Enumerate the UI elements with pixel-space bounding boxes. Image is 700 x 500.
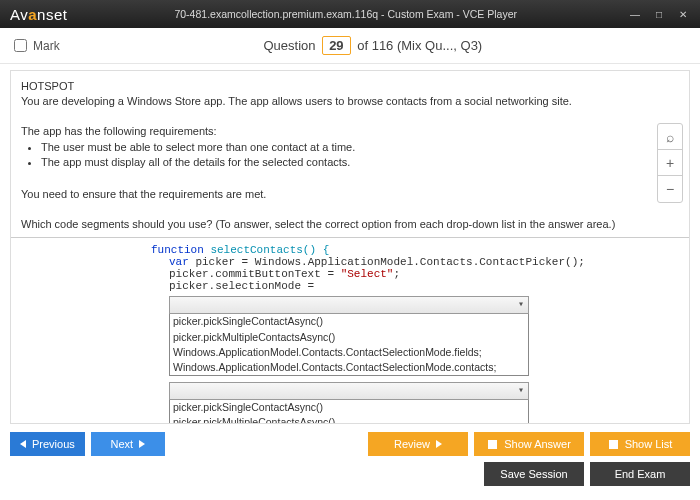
window-title: 70-481.examcollection.premium.exam.116q …: [67, 8, 624, 20]
mark-checkbox-input[interactable]: [14, 39, 27, 52]
end-exam-button[interactable]: End Exam: [590, 462, 690, 486]
dropdown-1: picker.pickSingleContactAsync() picker.p…: [169, 296, 529, 376]
show-answer-button[interactable]: Show Answer: [474, 432, 584, 456]
titlebar: Avanset 70-481.examcollection.premium.ex…: [0, 0, 700, 28]
dropdown-1-select[interactable]: [169, 296, 529, 314]
dropdown-option[interactable]: picker.pickSingleContactAsync(): [170, 314, 528, 329]
chevron-right-icon: [436, 440, 442, 448]
chevron-right-icon: [139, 440, 145, 448]
content-panel: HOTSPOT You are developing a Windows Sto…: [10, 70, 690, 424]
dropdown-option[interactable]: Windows.ApplicationModel.Contacts.Contac…: [170, 345, 528, 360]
minimize-button[interactable]: —: [624, 6, 646, 22]
intro-line: You are developing a Windows Store app. …: [21, 94, 679, 109]
dropdown-2-select[interactable]: [169, 382, 529, 400]
zoom-in-button[interactable]: +: [658, 150, 682, 176]
hotspot-label: HOTSPOT: [21, 79, 679, 94]
search-icon[interactable]: ⌕: [658, 124, 682, 150]
code-area: function selectContacts() { var picker =…: [11, 238, 689, 424]
which-line: Which code segments should you use? (To …: [21, 217, 679, 232]
dropdown-option[interactable]: picker.pickSingleContactAsync(): [170, 400, 528, 415]
dropdown-option[interactable]: picker.pickMultipleContactsAsync(): [170, 330, 528, 345]
window-controls: — □ ✕: [624, 6, 694, 22]
question-bar: Mark Question 29 of 116 (Mix Qu..., Q3): [0, 28, 700, 64]
next-button[interactable]: Next: [91, 432, 165, 456]
requirement-item: The user must be able to select more tha…: [41, 140, 679, 155]
checkbox-icon: [608, 439, 619, 450]
requirement-item: The app must display all of the details …: [41, 155, 679, 170]
review-button[interactable]: Review: [368, 432, 468, 456]
dropdown-option[interactable]: picker.pickMultipleContactsAsync(): [170, 415, 528, 424]
mark-label: Mark: [33, 39, 60, 53]
question-number: 29: [322, 36, 350, 55]
dropdown-2: picker.pickSingleContactAsync() picker.p…: [169, 382, 529, 424]
close-button[interactable]: ✕: [672, 6, 694, 22]
chevron-left-icon: [20, 440, 26, 448]
dropdown-2-options: picker.pickSingleContactAsync() picker.p…: [169, 400, 529, 424]
zoom-out-button[interactable]: −: [658, 176, 682, 202]
requirements-head: The app has the following requirements:: [21, 124, 679, 139]
footer-row-2: Save Session End Exam: [0, 462, 700, 492]
question-counter: Question 29 of 116 (Mix Qu..., Q3): [60, 36, 686, 55]
show-list-button[interactable]: Show List: [590, 432, 690, 456]
zoom-tools: ⌕ + −: [657, 123, 683, 203]
mark-checkbox[interactable]: Mark: [14, 39, 60, 53]
footer-row-1: Previous Next Review Show Answer Show Li…: [0, 428, 700, 462]
requirements-list: The user must be able to select more tha…: [41, 140, 679, 170]
app-logo: Avanset: [10, 6, 67, 23]
previous-button[interactable]: Previous: [10, 432, 85, 456]
dropdown-1-options: picker.pickSingleContactAsync() picker.p…: [169, 314, 529, 376]
ensure-line: You need to ensure that the requirements…: [21, 187, 679, 202]
save-session-button[interactable]: Save Session: [484, 462, 584, 486]
question-text: HOTSPOT You are developing a Windows Sto…: [11, 71, 689, 238]
maximize-button[interactable]: □: [648, 6, 670, 22]
dropdown-option[interactable]: Windows.ApplicationModel.Contacts.Contac…: [170, 360, 528, 375]
checkbox-icon: [487, 439, 498, 450]
